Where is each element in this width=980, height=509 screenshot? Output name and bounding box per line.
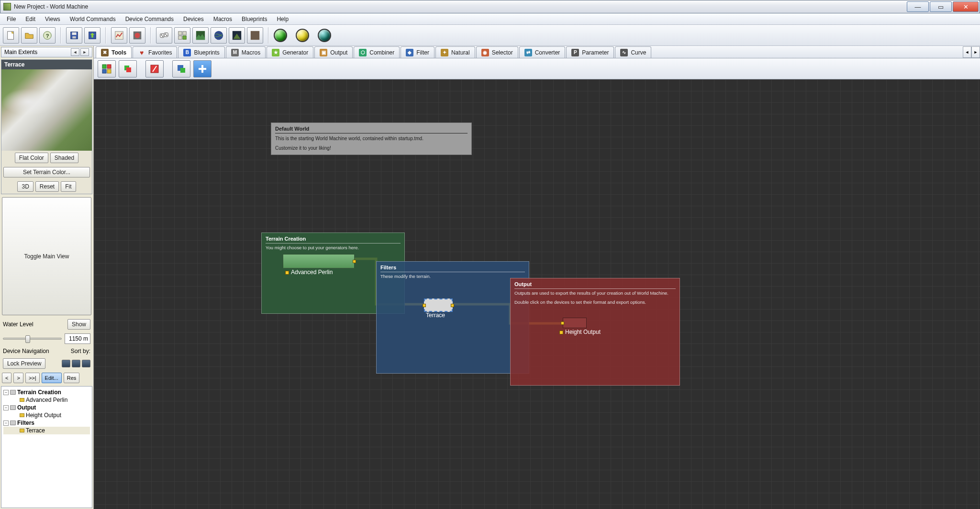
menu-blueprints[interactable]: Blueprints — [237, 14, 272, 24]
extents-prev-icon[interactable]: ◄ — [71, 48, 79, 56]
input-port[interactable] — [561, 321, 564, 325]
tab-tools[interactable]: ✖Tools — [96, 46, 132, 58]
layout-button[interactable] — [174, 27, 190, 44]
nav-last-button[interactable]: >>| — [25, 373, 40, 383]
tab-scroll-left-button[interactable]: ◄ — [963, 46, 971, 58]
extents-selector[interactable]: Main Extents ◄ ► — [1, 47, 92, 57]
toggle-main-view-button[interactable]: Toggle Main View — [2, 197, 91, 315]
new-file-button[interactable] — [3, 27, 19, 44]
tab-output[interactable]: ▣Output — [314, 46, 353, 58]
tab-filter[interactable]: ◆Filter — [401, 46, 434, 58]
lock-preview-button[interactable]: Lock Preview — [3, 358, 45, 369]
minimize-button[interactable]: — — [907, 1, 929, 12]
build-status-yellow-icon[interactable] — [296, 29, 309, 42]
svg-rect-12 — [164, 33, 168, 36]
sort-mode-1-button[interactable] — [62, 360, 70, 367]
menu-file[interactable]: File — [2, 14, 21, 24]
svg-rect-31 — [126, 67, 131, 72]
reset-button[interactable]: Reset — [35, 181, 59, 192]
maximize-button[interactable]: ▭ — [930, 1, 952, 12]
extents-next-icon[interactable]: ► — [80, 48, 89, 56]
tab-parameter[interactable]: PParameter — [566, 46, 614, 58]
tab-favorites[interactable]: ♥Favorites — [133, 46, 177, 58]
tab-combiner[interactable]: ⬡Combiner — [354, 46, 400, 58]
tree-group-terrain-creation[interactable]: − Terrain Creation — [3, 388, 90, 396]
sort-by-label: Sort by: — [71, 348, 90, 354]
tab-blueprints[interactable]: BBlueprints — [178, 46, 224, 58]
globe-button[interactable] — [211, 27, 227, 44]
close-button[interactable]: ✕ — [953, 1, 979, 12]
collapse-icon[interactable]: − — [3, 390, 9, 395]
tool-group-button[interactable] — [119, 60, 137, 77]
input-port[interactable] — [423, 304, 426, 307]
nav-forward-button[interactable]: > — [13, 373, 23, 383]
water-show-button[interactable]: Show — [67, 319, 90, 330]
randomize-button[interactable] — [156, 27, 172, 44]
tree-group-filters[interactable]: − Filters — [3, 419, 90, 427]
menu-help[interactable]: Help — [272, 14, 293, 24]
help-button[interactable]: ? — [39, 27, 56, 44]
tree-item-height-output[interactable]: Height Output — [3, 411, 90, 419]
node-terrace[interactable]: Terrace — [424, 299, 453, 312]
tool-blueprint-button[interactable] — [172, 60, 190, 77]
flat-color-button[interactable]: Flat Color — [15, 153, 48, 163]
nav-res-button[interactable]: Res — [64, 373, 80, 383]
tab-generator[interactable]: ★Generator — [267, 46, 313, 58]
save-button[interactable] — [66, 27, 82, 44]
sort-mode-3-button[interactable] — [82, 360, 90, 367]
natural-icon: ✦ — [441, 49, 448, 56]
work-area: ✖Tools ♥Favorites BBlueprints MMacros ★G… — [94, 46, 980, 509]
note-default-world[interactable]: Default World This is the starting World… — [271, 122, 472, 155]
tab-selector[interactable]: ◉Selector — [476, 46, 518, 58]
tab-scroll-right-button[interactable]: ► — [971, 46, 980, 58]
node-height-output[interactable]: Height Output — [563, 318, 587, 328]
water-level-slider[interactable] — [3, 338, 62, 340]
svg-rect-18 — [183, 31, 186, 34]
open-file-button[interactable] — [21, 27, 37, 44]
node-graph-canvas[interactable]: Default World This is the starting World… — [94, 79, 980, 509]
build-status-green-icon[interactable] — [274, 29, 287, 42]
sort-mode-2-button[interactable] — [72, 360, 80, 367]
nav-back-button[interactable]: < — [2, 373, 11, 383]
menu-macros[interactable]: Macros — [209, 14, 237, 24]
menu-edit[interactable]: Edit — [21, 14, 40, 24]
water-level-input[interactable] — [65, 333, 90, 344]
tab-macros[interactable]: MMacros — [226, 46, 266, 58]
device-tree[interactable]: − Terrain Creation Advanced Perlin − Out… — [1, 386, 92, 508]
collapse-icon[interactable]: − — [3, 420, 9, 426]
tree-group-output[interactable]: − Output — [3, 404, 90, 411]
output-port[interactable] — [353, 260, 356, 263]
output-port[interactable] — [451, 304, 454, 307]
tool-checkpoint-button[interactable] — [145, 60, 164, 77]
set-terrain-color-button[interactable]: Set Terrain Color... — [3, 167, 90, 177]
node-advanced-perlin[interactable]: Advanced Perlin — [283, 254, 355, 268]
terrain-preview-image[interactable] — [1, 69, 92, 151]
collapse-icon[interactable]: − — [3, 405, 9, 410]
tool-add-button[interactable] — [193, 60, 212, 77]
nav-edit-button[interactable]: Edit... — [42, 373, 62, 383]
svg-rect-28 — [102, 69, 106, 73]
tab-converter[interactable]: ⇄Converter — [519, 46, 566, 58]
menu-device-commands[interactable]: Device Commands — [121, 14, 178, 24]
build-status-teal-icon[interactable] — [318, 29, 331, 42]
3d-button[interactable]: 3D — [17, 181, 33, 192]
shaded-button[interactable]: Shaded — [50, 153, 78, 163]
terrain-button[interactable] — [192, 27, 209, 44]
heightmap-view-button[interactable] — [129, 27, 145, 44]
tab-natural[interactable]: ✦Natural — [435, 46, 475, 58]
menu-world-commands[interactable]: World Commands — [65, 14, 121, 24]
group-filters[interactable]: Filters These modify the terrain. — [376, 261, 529, 374]
export-button[interactable] — [84, 27, 100, 44]
fit-button[interactable]: Fit — [61, 181, 76, 192]
tool-layout-button[interactable] — [98, 60, 116, 77]
tree-item-advanced-perlin[interactable]: Advanced Perlin — [3, 396, 90, 404]
curve-icon: ∿ — [620, 49, 628, 56]
graph-view-button[interactable] — [111, 27, 127, 44]
tab-curve[interactable]: ∿Curve — [615, 46, 651, 58]
tree-item-terrace[interactable]: Terrace — [3, 427, 90, 434]
material-button[interactable] — [247, 27, 263, 44]
preview-3d-button[interactable] — [229, 27, 245, 44]
svg-point-16 — [166, 34, 167, 35]
menu-views[interactable]: Views — [40, 14, 65, 24]
menu-devices[interactable]: Devices — [178, 14, 209, 24]
